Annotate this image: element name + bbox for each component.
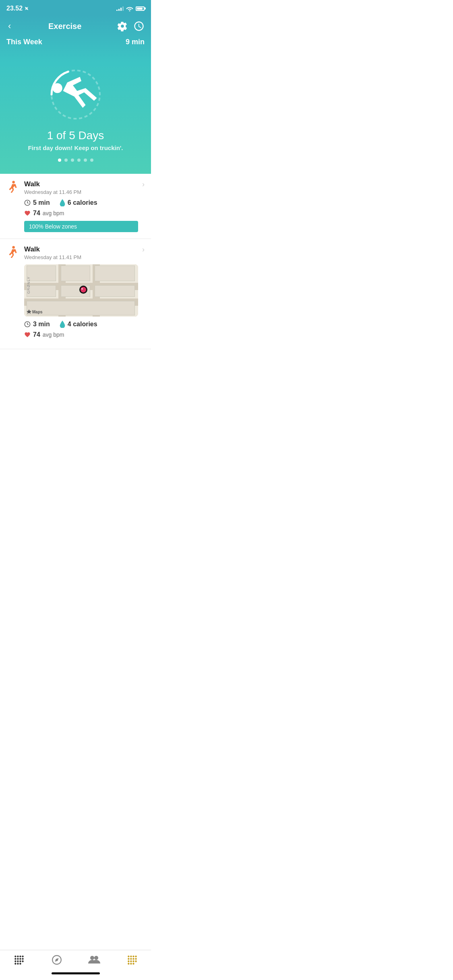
duration-val-2: 3 min — [33, 321, 50, 328]
walk-icon-1 — [6, 180, 19, 193]
week-row: This Week 9 min — [6, 38, 145, 46]
bpm-val-2: 74 — [33, 331, 40, 338]
back-button[interactable]: ‹ — [6, 19, 12, 33]
heart-stat-1: 74 avg bpm — [24, 210, 145, 217]
heart-stat-2: 74 avg bpm — [24, 331, 145, 338]
activity-time-2: Wednesday at 11.41 PM — [24, 254, 137, 260]
map-bg: GRØNLY Maps — [24, 264, 138, 317]
bpm-label-2: avg bpm — [43, 331, 64, 338]
activity-item-2[interactable]: Walk Wednesday at 11.41 PM › — [0, 239, 151, 349]
hero-section: 1 of 5 Days First day down! Keep on truc… — [0, 62, 151, 174]
dot-4 — [77, 159, 81, 162]
svg-point-2 — [52, 83, 62, 93]
progress-circle — [48, 66, 104, 123]
clock-icon-1 — [24, 200, 31, 206]
activity-stats-1: 5 min 6 calories — [24, 199, 145, 206]
activity-time-1: Wednesday at 11.46 PM — [24, 189, 137, 195]
activity-info-1: Walk Wednesday at 11.46 PM — [24, 180, 137, 195]
calories-stat-2: 4 calories — [60, 321, 97, 328]
heart-icon-1 — [24, 210, 31, 216]
map-attribution: Maps — [27, 309, 43, 314]
svg-point-3 — [12, 181, 14, 183]
timer-icon[interactable] — [133, 21, 145, 32]
activity-header-1: Walk Wednesday at 11.46 PM › — [6, 180, 145, 195]
signal-icon — [116, 6, 124, 11]
map-label: Maps — [32, 310, 43, 314]
dot-5 — [84, 159, 87, 162]
status-icons — [116, 6, 145, 11]
time-display: 23.52 — [6, 5, 23, 12]
dot-3 — [71, 159, 74, 162]
activity-header-2: Walk Wednesday at 11.41 PM › — [6, 245, 145, 260]
runner-icon — [48, 66, 104, 124]
week-label: This Week — [6, 38, 42, 46]
status-time: 23.52 — [6, 5, 29, 12]
map-container[interactable]: GRØNLY Maps — [24, 264, 138, 317]
clock-icon-2 — [24, 321, 31, 327]
zone-text-1: 100% Below zones — [29, 223, 77, 230]
duration-stat-2: 3 min — [24, 321, 50, 328]
calories-val-2: 4 calories — [68, 321, 97, 328]
header-nav: ‹ Exercise — [6, 19, 145, 33]
days-subtitle: First day down! Keep on truckin'. — [28, 144, 123, 151]
apple-maps-icon — [27, 309, 31, 314]
activity-item-1[interactable]: Walk Wednesday at 11.46 PM › 5 min 6 cal… — [0, 174, 151, 239]
activity-stats-2: 3 min 4 calories — [24, 321, 145, 328]
dot-1 — [58, 159, 61, 162]
location-icon — [24, 6, 29, 11]
wifi-icon — [126, 6, 133, 11]
header: ‹ Exercise This Week 9 min — [0, 15, 151, 62]
battery-icon — [136, 6, 145, 11]
dot-indicators — [58, 159, 93, 162]
bpm-label-1: avg bpm — [43, 210, 64, 216]
status-bar: 23.52 — [0, 0, 151, 15]
calories-val-1: 6 calories — [68, 199, 97, 206]
zone-bar-1: 100% Below zones — [24, 221, 138, 232]
duration-stat-1: 5 min — [24, 199, 50, 206]
header-actions — [117, 21, 145, 32]
gear-icon[interactable] — [117, 21, 128, 31]
activity-list: Walk Wednesday at 11.46 PM › 5 min 6 cal… — [0, 174, 151, 381]
activity-chevron-1: › — [142, 180, 145, 189]
drop-icon-2 — [60, 321, 65, 328]
activity-chevron-2: › — [142, 245, 145, 254]
map-pin — [76, 282, 91, 299]
svg-point-7 — [81, 287, 86, 292]
drop-icon-1 — [60, 199, 65, 206]
walk-icon-2 — [6, 245, 19, 258]
map-street-label: GRØNLY — [27, 276, 31, 294]
activity-name-2: Walk — [24, 245, 137, 253]
days-text: 1 of 5 Days — [47, 129, 104, 142]
svg-point-8 — [81, 288, 83, 290]
week-mins: 9 min — [126, 38, 145, 46]
dot-2 — [64, 159, 68, 162]
svg-point-5 — [12, 246, 14, 249]
page-title: Exercise — [48, 22, 81, 31]
activity-name-1: Walk — [24, 180, 137, 188]
calories-stat-1: 6 calories — [60, 199, 97, 206]
activity-info-2: Walk Wednesday at 11.41 PM — [24, 245, 137, 260]
dot-6 — [90, 159, 93, 162]
duration-val-1: 5 min — [33, 199, 50, 206]
bpm-val-1: 74 — [33, 210, 40, 217]
heart-icon-2 — [24, 331, 31, 338]
